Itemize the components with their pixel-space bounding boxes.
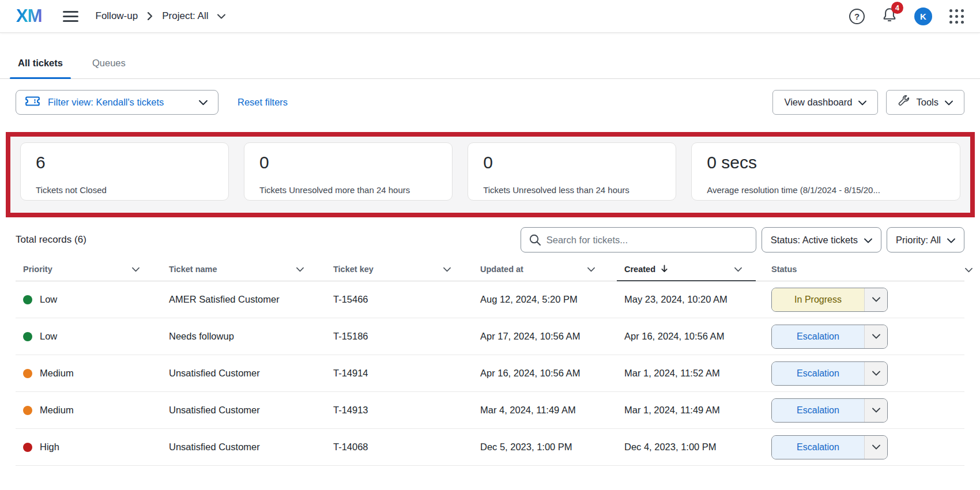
table-header-row: Priority Ticket name Ticket key Updated … <box>16 258 964 281</box>
notifications-button[interactable]: 4 <box>882 7 897 25</box>
ticket-name-cell: Unsatisfied Customer <box>161 368 326 379</box>
chevron-down-icon[interactable] <box>296 265 304 274</box>
chevron-down-icon[interactable] <box>864 399 887 422</box>
status-badge[interactable]: Escalation <box>772 399 864 422</box>
status-cell: In Progress <box>764 288 902 312</box>
view-dashboard-label: View dashboard <box>784 97 852 108</box>
stat-card: 0 secs Average resolution time (8/1/2024… <box>691 142 960 201</box>
ticket-key-cell: T-15186 <box>326 331 473 342</box>
tab-all-tickets[interactable]: All tickets <box>17 54 64 78</box>
chevron-down-icon[interactable] <box>965 265 973 274</box>
sort-descending-icon <box>661 265 668 274</box>
updated-at-cell: Mar 4, 2024, 11:49 AM <box>473 405 617 416</box>
breadcrumb-project-selector[interactable]: Project: All <box>162 10 208 22</box>
chevron-down-icon <box>864 235 872 246</box>
priority-label: Low <box>40 294 57 305</box>
priority-label: Medium <box>40 405 74 416</box>
wrench-icon <box>898 95 910 110</box>
chevron-down-icon <box>945 97 953 108</box>
chevron-down-icon[interactable] <box>587 265 595 274</box>
status-badge[interactable]: Escalation <box>772 436 864 459</box>
status-cell: Escalation <box>764 361 902 386</box>
table-row[interactable]: Low Needs followup T-15186 Apr 17, 2024,… <box>16 318 964 355</box>
created-cell: Dec 4, 2023, 1:00 PM <box>617 442 764 453</box>
records-bar: Total records (6) Status: Active tickets… <box>0 227 980 252</box>
status-dropdown[interactable]: Escalation <box>771 398 888 423</box>
priority-filter-dropdown[interactable]: Priority: All <box>887 227 964 252</box>
status-badge[interactable]: Escalation <box>772 325 864 348</box>
updated-at-cell: Aug 12, 2024, 5:20 PM <box>473 294 617 305</box>
status-dropdown[interactable]: In Progress <box>771 288 888 312</box>
chevron-down-icon[interactable] <box>864 436 887 459</box>
filter-view-dropdown[interactable]: Filter view: Kendall's tickets <box>16 90 218 115</box>
stat-card: 0 Tickets Unresolved less than 24 hours <box>468 142 676 201</box>
priority-cell: Medium <box>16 405 161 416</box>
search-box <box>521 227 756 252</box>
filter-bar: Filter view: Kendall's tickets Reset fil… <box>0 90 980 115</box>
priority-dot <box>23 295 32 304</box>
status-cell: Escalation <box>764 435 902 459</box>
view-dashboard-button[interactable]: View dashboard <box>772 90 878 115</box>
reset-filters-link[interactable]: Reset filters <box>238 97 288 108</box>
status-dropdown[interactable]: Escalation <box>771 361 888 386</box>
avatar[interactable]: K <box>914 7 932 25</box>
stat-value: 0 <box>483 153 661 172</box>
status-dropdown[interactable]: Escalation <box>771 325 888 349</box>
search-input[interactable] <box>521 227 756 252</box>
priority-cell: Medium <box>16 368 161 379</box>
priority-dot <box>23 406 32 415</box>
breadcrumb-section[interactable]: Follow-up <box>96 10 138 22</box>
priority-label: Low <box>40 331 57 342</box>
table-row[interactable]: High Unsatisfied Customer T-14068 Dec 5,… <box>16 429 964 466</box>
table-row[interactable]: Low AMER Satisfied Customer T-15466 Aug … <box>16 281 964 318</box>
column-header-created[interactable]: Created <box>617 258 764 281</box>
column-header-ticket-key[interactable]: Ticket key <box>326 258 473 281</box>
stat-label: Tickets Unresolved more than 24 hours <box>259 185 437 195</box>
chevron-down-icon[interactable] <box>217 14 225 19</box>
column-header-updated-at[interactable]: Updated at <box>473 258 617 281</box>
priority-dot <box>23 332 32 341</box>
stat-value: 6 <box>36 153 213 172</box>
chevron-down-icon[interactable] <box>132 265 140 274</box>
ticket-name-cell: AMER Satisfied Customer <box>161 294 326 305</box>
column-header-priority[interactable]: Priority <box>16 258 161 281</box>
ticket-name-cell: Unsatisfied Customer <box>161 442 326 453</box>
status-filter-dropdown[interactable]: Status: Active tickets <box>762 227 881 252</box>
column-header-status[interactable]: Status <box>764 258 902 281</box>
hamburger-menu-icon[interactable] <box>63 11 78 22</box>
chevron-down-icon[interactable] <box>443 265 451 274</box>
chevron-down-icon[interactable] <box>864 288 887 311</box>
ticket-key-cell: T-14914 <box>326 368 473 379</box>
chevron-down-icon <box>858 97 866 108</box>
status-badge[interactable]: Escalation <box>772 362 864 385</box>
created-cell: Apr 16, 2024, 10:56 AM <box>617 331 764 342</box>
chevron-right-icon <box>146 12 153 20</box>
help-icon[interactable]: ? <box>849 9 865 24</box>
top-bar: XM Follow-up Project: All ? 4 K <box>0 0 980 33</box>
chevron-down-icon[interactable] <box>734 265 742 274</box>
priority-label: Medium <box>40 368 74 379</box>
chevron-down-icon[interactable] <box>864 362 887 385</box>
updated-at-cell: Dec 5, 2023, 1:00 PM <box>473 442 617 453</box>
table-row[interactable]: Medium Unsatisfied Customer T-14914 Apr … <box>16 355 964 392</box>
priority-label: High <box>40 442 59 453</box>
ticket-name-cell: Unsatisfied Customer <box>161 405 326 416</box>
chevron-down-icon[interactable] <box>864 325 887 348</box>
created-cell: Mar 1, 2024, 11:52 AM <box>617 368 764 379</box>
breadcrumb: Follow-up Project: All <box>96 10 225 22</box>
app-grid-icon[interactable] <box>949 9 964 24</box>
priority-cell: Low <box>16 331 161 342</box>
status-badge[interactable]: In Progress <box>772 288 864 311</box>
notification-badge: 4 <box>891 2 903 14</box>
table-row[interactable]: Medium Unsatisfied Customer T-14913 Mar … <box>16 392 964 429</box>
priority-cell: Low <box>16 294 161 305</box>
filter-view-label: Filter view: Kendall's tickets <box>48 97 191 108</box>
column-header-ticket-name[interactable]: Ticket name <box>161 258 326 281</box>
stat-card: 6 Tickets not Closed <box>20 142 229 201</box>
ticket-tabs: All tickets Queues <box>0 54 980 79</box>
updated-at-cell: Apr 16, 2024, 10:56 AM <box>473 368 617 379</box>
tab-queues[interactable]: Queues <box>91 54 127 78</box>
priority-dot <box>23 369 32 378</box>
status-dropdown[interactable]: Escalation <box>771 435 888 459</box>
tools-button[interactable]: Tools <box>886 90 964 115</box>
